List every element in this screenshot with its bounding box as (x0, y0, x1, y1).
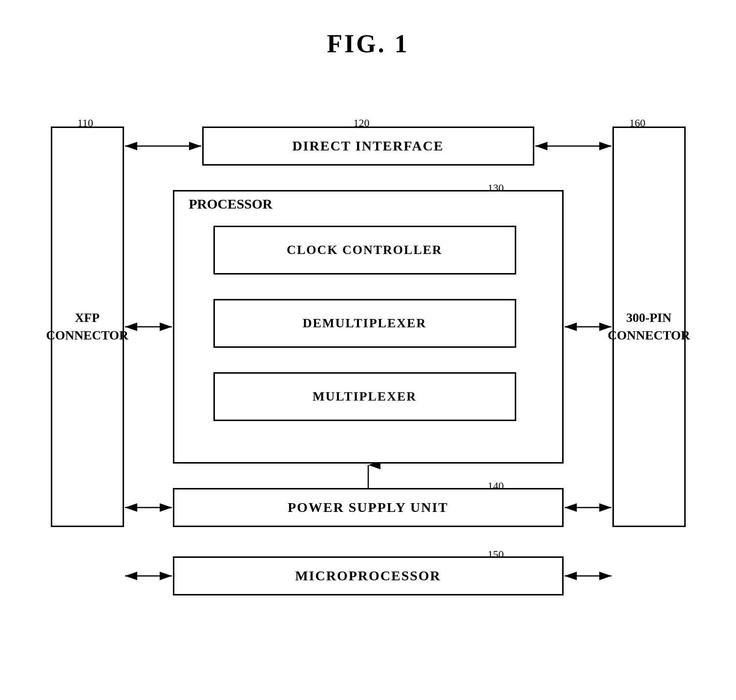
demultiplexer-label: DEMULTIPLEXER (303, 316, 426, 331)
direct-interface-block: DIRECT INTERFACE (202, 127, 534, 166)
xfp-connector-label: XFPCONNECTOR (46, 309, 128, 345)
direct-interface-label: DIRECT INTERFACE (292, 138, 443, 154)
xfp-connector-block: XFPCONNECTOR (51, 127, 124, 527)
power-supply-block: POWER SUPPLY UNIT (173, 488, 564, 527)
multiplexer-block: MULTIPLEXER (213, 372, 516, 421)
diagram-area: 110 160 120 130 131 133 135 140 150 XFPC… (51, 87, 686, 674)
page-container: FIG. 1 (0, 0, 736, 700)
processor-block: PROCESSOR CLOCK CONTROLLER DEMULTIPLEXER… (173, 190, 564, 464)
power-supply-label: POWER SUPPLY UNIT (288, 500, 448, 515)
demultiplexer-block: DEMULTIPLEXER (213, 299, 516, 348)
clock-controller-label: CLOCK CONTROLLER (287, 243, 442, 257)
pin-connector-block: 300-PINCONNECTOR (612, 127, 686, 527)
processor-label: PROCESSOR (189, 196, 273, 212)
figure-title: FIG. 1 (327, 29, 409, 58)
microprocessor-label: MICROPROCESSOR (295, 568, 441, 584)
microprocessor-block: MICROPROCESSOR (173, 556, 564, 595)
pin-connector-label: 300-PINCONNECTOR (608, 309, 690, 345)
multiplexer-label: MULTIPLEXER (313, 389, 417, 404)
clock-controller-block: CLOCK CONTROLLER (213, 226, 516, 275)
